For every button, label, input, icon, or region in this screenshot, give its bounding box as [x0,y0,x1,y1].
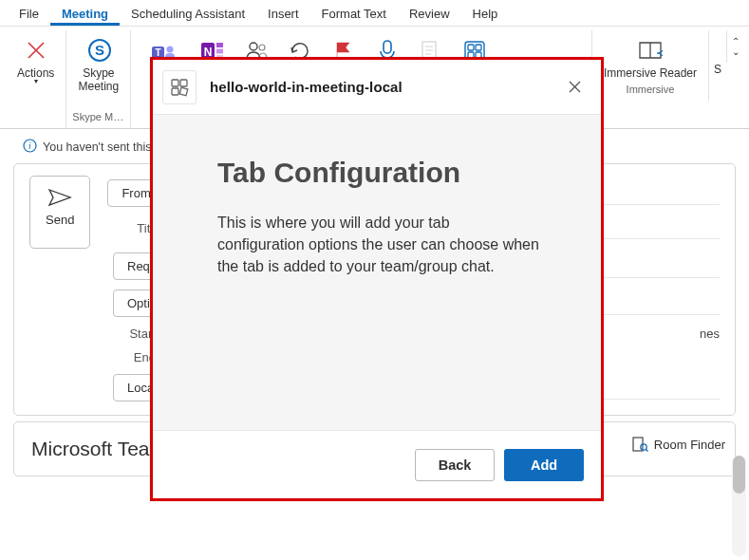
actions-button[interactable]: Actions ▾ [11,32,60,86]
send-button[interactable]: Send [29,176,90,249]
immersive-group-label: Immersive [627,82,675,99]
close-icon [569,81,581,93]
menu-insert[interactable]: Insert [256,4,310,26]
menu-format-text[interactable]: Format Text [310,4,398,26]
svg-text:i: i [28,140,31,151]
dialog-close-button[interactable] [561,74,588,101]
back-button[interactable]: Back [415,449,495,481]
svg-rect-19 [468,45,474,50]
info-text: You haven't sent this [43,140,152,154]
dialog-description: This is where you will add your tab conf… [217,212,540,278]
svg-point-4 [167,47,174,53]
scrollbar-thumb[interactable] [733,456,745,494]
close-x-icon [24,38,48,63]
truncated-button[interactable]: S [714,32,721,78]
svg-rect-29 [180,80,187,86]
info-icon: i [23,139,37,156]
send-icon [47,188,72,207]
menu-meeting[interactable]: Meeting [50,4,120,26]
menu-scheduling[interactable]: Scheduling Assistant [120,4,256,26]
menu-review[interactable]: Review [398,4,461,26]
svg-rect-13 [384,41,391,53]
svg-rect-20 [476,45,481,50]
add-button[interactable]: Add [504,449,584,481]
vertical-scrollbar[interactable] [732,456,746,556]
skype-icon: S [86,38,111,63]
menu-file[interactable]: File [8,4,50,26]
tab-config-dialog: hello-world-in-meeting-local Tab Configu… [150,57,604,501]
app-icon [162,70,197,104]
dialog-heading: Tab Configuration [217,157,542,189]
timezone-fragment: nes [700,327,720,341]
menu-help[interactable]: Help [461,4,510,26]
svg-rect-28 [172,80,178,86]
skype-meeting-button[interactable]: S Skype Meeting [72,32,124,96]
dialog-title: hello-world-in-meeting-local [210,79,403,95]
menu-bar: File Meeting Scheduling Assistant Insert… [0,0,749,27]
immersive-reader-icon [638,38,663,63]
ribbon-down-icon[interactable]: ⌄ [729,47,741,57]
skype-group-label: Skype Me… [72,109,124,126]
immersive-reader-button[interactable]: Immersive Reader [598,32,702,82]
svg-rect-30 [172,88,178,95]
svg-text:S: S [95,42,104,58]
chevron-down-icon: ▾ [34,80,38,84]
ribbon-up-icon[interactable]: ⌃ [729,36,741,47]
svg-rect-8 [216,43,223,47]
svg-point-11 [250,43,257,50]
svg-rect-9 [216,49,223,54]
svg-point-12 [259,45,265,50]
